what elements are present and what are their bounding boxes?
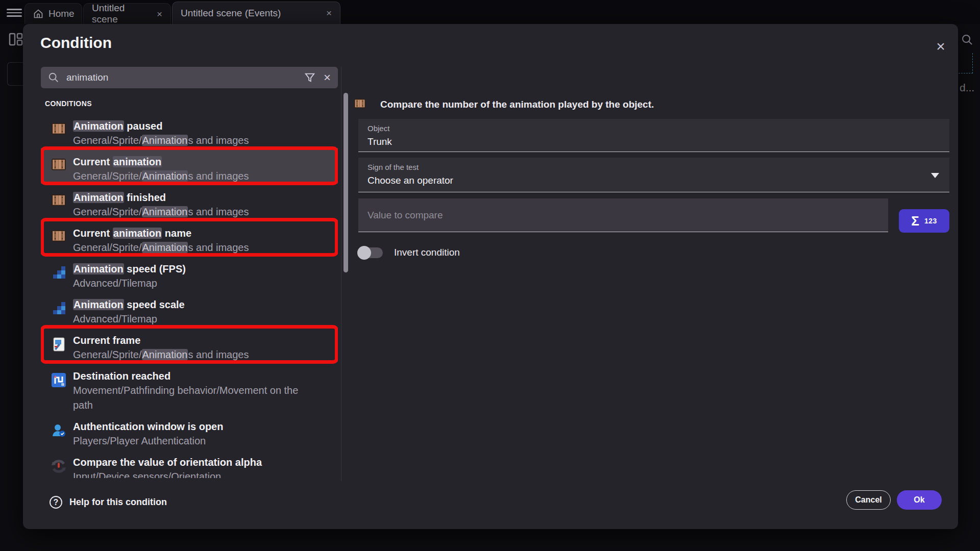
event-selection-dashed-border <box>972 53 973 73</box>
toggle-knob <box>357 246 371 260</box>
condition-title: Animation speed scale <box>73 297 313 312</box>
condition-path: Movement/Pathfinding behavior/Movement o… <box>73 383 313 413</box>
sprite-icon <box>51 158 66 173</box>
event-selection-dashed-border <box>959 73 973 73</box>
condition-title: Animation paused <box>73 119 313 133</box>
condition-list-item[interactable]: Current animation nameGeneral/Sprite/Ani… <box>41 219 338 255</box>
tilemap-icon <box>51 265 66 281</box>
sigma-icon: Σ <box>911 214 919 228</box>
object-field[interactable]: Object Trunk <box>358 119 949 152</box>
help-label: Help for this condition <box>69 497 167 508</box>
condition-description: Compare the number of the animation play… <box>380 99 654 110</box>
condition-path: Players/Player Authentication <box>73 434 313 448</box>
condition-path: Advanced/Tilemap <box>73 276 313 291</box>
background-button-fragment <box>7 62 23 86</box>
close-tab-icon[interactable]: × <box>157 9 162 19</box>
condition-title: Destination reached <box>73 369 313 383</box>
object-field-label: Object <box>368 124 940 133</box>
condition-dialog: Condition × × CONDITIONS Animation pause… <box>23 24 958 529</box>
condition-title: Current frame <box>73 333 313 347</box>
condition-search-panel: × CONDITIONS Animation pausedGeneral/Spr… <box>41 67 338 478</box>
condition-path: General/Sprite/Animations and images <box>73 240 313 255</box>
help-icon: ? <box>50 496 62 509</box>
tab-label: Untitled scene (Events) <box>181 8 281 19</box>
scrollbar-thumb[interactable] <box>344 93 348 272</box>
tab-label: Home <box>48 8 75 19</box>
conditions-list: Animation pausedGeneral/Sprite/Animation… <box>41 112 338 478</box>
condition-list-item[interactable]: Animation speed scaleAdvanced/Tilemap <box>41 291 338 327</box>
condition-path: General/Sprite/Animations and images <box>73 133 313 148</box>
tab-bar: Home Untitled scene × Untitled scene (Ev… <box>0 0 980 24</box>
auth-icon <box>51 423 66 438</box>
value-to-compare-field[interactable] <box>358 198 888 232</box>
frame-icon <box>51 337 66 352</box>
condition-title: Current animation <box>73 155 313 169</box>
tilemap-icon <box>51 301 66 316</box>
search-icon <box>48 72 59 83</box>
condition-list-item[interactable]: Compare the value of orientation alphaIn… <box>41 448 338 478</box>
chevron-down-icon <box>931 173 939 178</box>
sprite-icon <box>51 194 66 209</box>
invert-condition-label: Invert condition <box>394 247 460 258</box>
object-field-value: Trunk <box>368 136 940 147</box>
svg-text:A: A <box>54 374 57 379</box>
condition-list-item[interactable]: Animation finishedGeneral/Sprite/Animati… <box>41 184 338 219</box>
condition-list-item[interactable]: Authentication window is openPlayers/Pla… <box>41 413 338 448</box>
condition-path: General/Sprite/Animations and images <box>73 347 313 362</box>
svg-text:B: B <box>61 382 64 387</box>
sprite-icon <box>354 98 366 111</box>
operator-select-label: Sign of the test <box>368 163 940 171</box>
close-icon[interactable]: × <box>930 36 951 57</box>
cancel-button[interactable]: Cancel <box>846 490 891 510</box>
condition-path: Advanced/Tilemap <box>73 312 313 327</box>
operator-select[interactable]: Sign of the test Choose an operator <box>358 158 949 192</box>
close-tab-icon[interactable]: × <box>326 8 332 18</box>
condition-list-item[interactable]: A BDestination reachedMovement/Pathfindi… <box>41 362 338 413</box>
condition-title: Animation speed (FPS) <box>73 262 313 276</box>
search-input[interactable] <box>65 71 304 84</box>
value-to-compare-input[interactable] <box>358 198 888 232</box>
sprite-icon <box>51 230 66 245</box>
invert-condition-toggle[interactable] <box>358 247 383 258</box>
condition-path: General/Sprite/Animations and images <box>73 205 313 219</box>
condition-list-item[interactable]: Animation speed (FPS)Advanced/Tilemap <box>41 255 338 291</box>
condition-title: Animation finished <box>73 190 313 205</box>
search-icon[interactable] <box>961 34 973 46</box>
condition-path: General/Sprite/Animations and images <box>73 169 313 184</box>
tab-untitled-scene[interactable]: Untitled scene × <box>83 3 171 24</box>
orientation-icon <box>51 459 66 474</box>
home-icon <box>33 9 43 19</box>
operator-select-value: Choose an operator <box>368 175 940 186</box>
condition-list-item[interactable]: Current animationGeneral/Sprite/Animatio… <box>41 148 338 184</box>
condition-title: Current animation name <box>73 226 313 240</box>
app-background: Home Untitled scene × Untitled scene (Ev… <box>0 0 980 551</box>
tab-home[interactable]: Home <box>24 3 82 24</box>
expression-editor-button[interactable]: Σ 123 <box>899 209 949 233</box>
help-link[interactable]: ? Help for this condition <box>50 496 167 509</box>
dialog-title: Condition <box>40 34 112 52</box>
expression-123-badge: 123 <box>924 217 937 225</box>
condition-title: Authentication window is open <box>73 419 313 434</box>
condition-list-item[interactable]: Animation pausedGeneral/Sprite/Animation… <box>41 112 338 148</box>
condition-path: Input/Device sensors/Orientation <box>73 469 313 478</box>
truncated-background-text: d... <box>960 82 974 94</box>
ok-button[interactable]: Ok <box>897 490 942 510</box>
filter-icon[interactable] <box>304 72 315 83</box>
menu-icon[interactable] <box>7 9 22 17</box>
sprite-icon <box>51 122 66 138</box>
scrollbar-track <box>341 67 341 481</box>
panels-icon[interactable] <box>8 32 23 47</box>
search-bar[interactable]: × <box>41 67 338 88</box>
tab-untitled-scene-events[interactable]: Untitled scene (Events) × <box>172 2 340 24</box>
pathfinding-icon: A B <box>51 372 66 388</box>
clear-search-icon[interactable]: × <box>324 71 331 84</box>
tab-label: Untitled scene <box>92 3 152 25</box>
conditions-section-header: CONDITIONS <box>45 99 338 108</box>
condition-title: Compare the value of orientation alpha <box>73 455 313 469</box>
condition-list-item[interactable]: Current frameGeneral/Sprite/Animations a… <box>41 327 338 362</box>
